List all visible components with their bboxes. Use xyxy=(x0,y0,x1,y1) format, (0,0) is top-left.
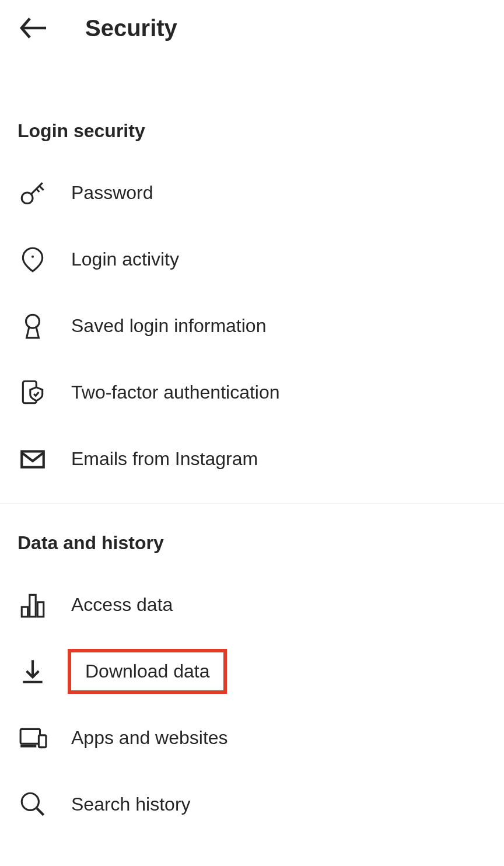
back-button[interactable] xyxy=(18,12,50,44)
header: Security xyxy=(0,0,504,56)
menu-item-password[interactable]: Password xyxy=(18,159,487,226)
data-history-section: Data and history Access data Download da… xyxy=(0,532,504,837)
svg-rect-5 xyxy=(22,607,27,617)
menu-item-download-data[interactable]: Download data xyxy=(18,638,487,704)
devices-icon xyxy=(18,722,48,753)
section-header-login-security: Login security xyxy=(18,120,487,142)
menu-item-apps-websites[interactable]: Apps and websites xyxy=(18,704,487,771)
menu-label: Password xyxy=(71,182,153,204)
location-pin-icon xyxy=(18,244,48,274)
svg-point-10 xyxy=(22,793,38,810)
menu-label: Emails from Instagram xyxy=(71,448,258,470)
menu-label: Login activity xyxy=(71,249,179,270)
menu-label: Access data xyxy=(71,594,173,616)
menu-item-access-data[interactable]: Access data xyxy=(18,571,487,638)
svg-rect-6 xyxy=(30,595,36,617)
arrow-left-icon xyxy=(18,12,50,44)
menu-item-two-factor[interactable]: Two-factor authentication xyxy=(18,359,487,425)
download-icon xyxy=(18,656,48,686)
svg-rect-8 xyxy=(20,729,40,743)
menu-label: Saved login information xyxy=(71,315,266,337)
svg-rect-7 xyxy=(37,602,43,617)
bar-chart-icon xyxy=(18,589,48,620)
menu-item-search-history[interactable]: Search history xyxy=(18,771,487,837)
svg-rect-9 xyxy=(38,735,46,748)
menu-label-highlighted: Download data xyxy=(68,649,227,694)
menu-label: Two-factor authentication xyxy=(71,382,280,403)
svg-point-2 xyxy=(26,315,40,328)
section-header-data-history: Data and history xyxy=(18,532,487,554)
svg-point-1 xyxy=(32,256,34,258)
phone-shield-icon xyxy=(18,377,48,407)
menu-label: Apps and websites xyxy=(71,727,228,749)
menu-item-saved-login[interactable]: Saved login information xyxy=(18,292,487,359)
search-icon xyxy=(18,789,48,819)
menu-item-login-activity[interactable]: Login activity xyxy=(18,226,487,292)
page-title: Security xyxy=(85,15,177,41)
menu-item-emails[interactable]: Emails from Instagram xyxy=(18,425,487,492)
menu-label: Search history xyxy=(71,794,191,815)
divider xyxy=(0,504,504,504)
envelope-icon xyxy=(18,444,48,474)
key-icon xyxy=(18,177,48,208)
keyhole-icon xyxy=(18,310,48,341)
login-security-section: Login security Password Login activity S… xyxy=(0,120,504,492)
